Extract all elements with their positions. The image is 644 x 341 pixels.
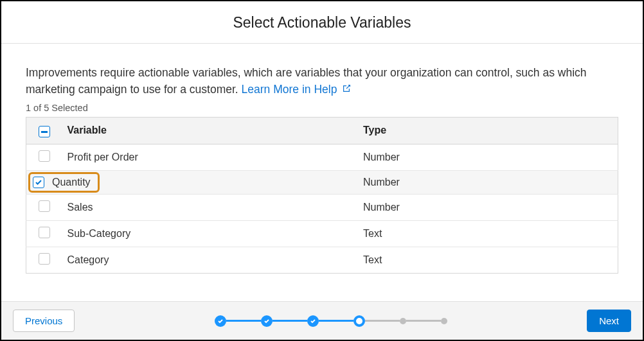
external-link-icon xyxy=(341,82,352,98)
table-row[interactable]: Category Text xyxy=(26,247,618,274)
variable-cell: Profit per Order xyxy=(62,144,359,171)
table-row[interactable]: Sales Number xyxy=(26,195,618,221)
step-bar xyxy=(226,320,261,322)
check-icon xyxy=(264,318,270,324)
type-cell: Text xyxy=(358,247,618,274)
variable-cell: Category xyxy=(62,247,359,274)
page-header: Select Actionable Variables xyxy=(1,1,643,44)
step-bar xyxy=(273,320,307,322)
type-cell: Number xyxy=(358,195,618,221)
table-row[interactable]: Quantity Number xyxy=(26,171,618,195)
check-icon xyxy=(310,318,316,324)
variable-cell: Sales xyxy=(62,195,359,221)
type-cell: Number xyxy=(358,144,618,171)
column-header-type[interactable]: Type xyxy=(358,117,618,144)
selection-count: 1 of 5 Selected xyxy=(26,103,618,113)
indeterminate-icon xyxy=(41,131,48,133)
column-header-variable[interactable]: Variable xyxy=(62,117,359,144)
type-cell: Number xyxy=(358,171,618,195)
step-done[interactable] xyxy=(215,315,226,327)
table-row[interactable]: Profit per Order Number xyxy=(26,144,618,171)
step-bar xyxy=(365,320,400,322)
next-button[interactable]: Next xyxy=(587,310,631,332)
variable-cell: Sub-Category xyxy=(62,221,359,247)
step-done[interactable] xyxy=(261,315,273,327)
main-content: Improvements require actionable variable… xyxy=(1,44,643,301)
step-bar xyxy=(319,320,353,322)
previous-button[interactable]: Previous xyxy=(13,310,75,332)
footer: Previous Next xyxy=(1,301,643,340)
check-icon xyxy=(217,318,224,324)
row-checkbox[interactable] xyxy=(39,227,50,238)
step-done[interactable] xyxy=(307,315,319,327)
progress-stepper xyxy=(215,315,447,327)
table-row[interactable]: Sub-Category Text xyxy=(26,221,618,247)
step-bar xyxy=(406,320,441,322)
step-current[interactable] xyxy=(353,315,365,327)
check-icon xyxy=(35,179,42,186)
step-future[interactable] xyxy=(441,318,447,324)
header-checkbox-cell xyxy=(26,117,62,144)
step-future[interactable] xyxy=(400,318,406,324)
type-cell: Text xyxy=(358,221,618,247)
page-title: Select Actionable Variables xyxy=(1,14,643,31)
row-checkbox[interactable] xyxy=(39,200,50,212)
learn-more-link[interactable]: Learn More in Help xyxy=(242,83,352,96)
row-checkbox[interactable] xyxy=(33,177,44,188)
row-checkbox[interactable] xyxy=(39,253,50,265)
description-text: Improvements require actionable variable… xyxy=(26,64,618,99)
row-checkbox[interactable] xyxy=(39,150,50,162)
select-all-checkbox[interactable] xyxy=(39,126,50,137)
variables-table: Variable Type Profit per Order Number xyxy=(26,117,618,274)
variable-cell: Quantity xyxy=(52,177,91,188)
